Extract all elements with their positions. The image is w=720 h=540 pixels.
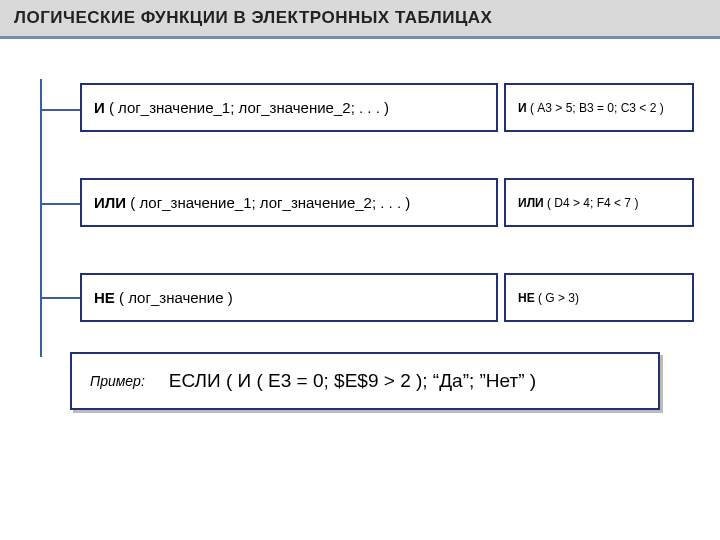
example-box: ИЛИ ( D4 > 4; F4 < 7 ) — [504, 178, 694, 227]
example-text: ЕСЛИ ( И ( E3 = 0; $E$9 > 2 ); “Да”; ”Не… — [169, 370, 536, 392]
function-row: НЕ ( лог_значение ) НЕ ( G > 3) — [80, 273, 700, 322]
syntax-box: НЕ ( лог_значение ) — [80, 273, 498, 322]
fn-name: И — [94, 99, 105, 116]
fn-name: ИЛИ — [94, 194, 126, 211]
example-box: НЕ ( G > 3) — [504, 273, 694, 322]
content-area: И ( лог_значение_1; лог_значение_2; . . … — [0, 43, 720, 410]
ex-args: ( A3 > 5; B3 = 0; C3 < 2 ) — [527, 101, 664, 115]
page-title: ЛОГИЧЕСКИЕ ФУНКЦИИ В ЭЛЕКТРОННЫХ ТАБЛИЦА… — [0, 0, 720, 36]
ex-args: ( G > 3) — [535, 291, 579, 305]
ex-fn-name: И — [518, 101, 527, 115]
fn-name: НЕ — [94, 289, 115, 306]
function-row: ИЛИ ( лог_значение_1; лог_значение_2; . … — [80, 178, 700, 227]
connector-h2 — [40, 203, 80, 205]
syntax-box: ИЛИ ( лог_значение_1; лог_значение_2; . … — [80, 178, 498, 227]
example-label: Пример: — [90, 373, 145, 389]
full-example-box: Пример: ЕСЛИ ( И ( E3 = 0; $E$9 > 2 ); “… — [70, 352, 660, 410]
connector-h1 — [40, 109, 80, 111]
function-row: И ( лог_значение_1; лог_значение_2; . . … — [80, 83, 700, 132]
connector-h3 — [40, 297, 80, 299]
ex-fn-name: ИЛИ — [518, 196, 544, 210]
fn-args: ( лог_значение_1; лог_значение_2; . . . … — [105, 99, 389, 116]
example-box: И ( A3 > 5; B3 = 0; C3 < 2 ) — [504, 83, 694, 132]
ex-fn-name: НЕ — [518, 291, 535, 305]
fn-args: ( лог_значение ) — [115, 289, 233, 306]
header-divider — [0, 36, 720, 39]
ex-args: ( D4 > 4; F4 < 7 ) — [544, 196, 639, 210]
fn-args: ( лог_значение_1; лог_значение_2; . . . … — [126, 194, 410, 211]
connector-vertical — [40, 79, 42, 357]
syntax-box: И ( лог_значение_1; лог_значение_2; . . … — [80, 83, 498, 132]
